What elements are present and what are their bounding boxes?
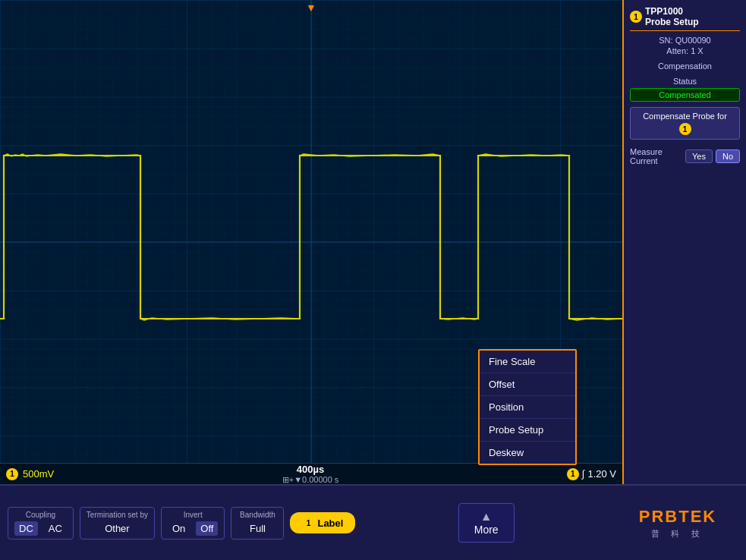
label-ch-badge: 1 bbox=[302, 517, 314, 529]
measurement-display: 1 ∫ 1.20 V bbox=[567, 468, 616, 480]
probe-panel: 1 TPP1000 Probe Setup SN: QU00090 Atten:… bbox=[622, 0, 746, 484]
termination-value[interactable]: Other bbox=[100, 521, 134, 536]
status-ch-badge: 1 bbox=[6, 468, 18, 480]
meas-value: 1.20 V bbox=[587, 468, 616, 480]
compensation-label: Compensation bbox=[630, 61, 740, 71]
bandwidth-group: Bandwidth Full bbox=[231, 507, 284, 540]
termination-group: Termination set by Other bbox=[80, 507, 155, 540]
probe-subtitle: Probe Setup bbox=[645, 17, 699, 27]
more-button[interactable]: ▲ More bbox=[458, 503, 515, 543]
measure-row: Measure Current Yes No bbox=[630, 147, 740, 165]
compensate-probe-button[interactable]: Compensate Probe for 1 bbox=[630, 107, 740, 140]
status-badge: Compensated bbox=[630, 88, 740, 102]
current-label: Current bbox=[630, 156, 663, 165]
invert-on[interactable]: On bbox=[168, 521, 190, 536]
coupling-group: Coupling DC AC bbox=[8, 507, 74, 540]
invert-values: On Off bbox=[168, 521, 218, 536]
coupling-label: Coupling bbox=[26, 511, 55, 519]
menu-item-deskew[interactable]: Deskew bbox=[480, 442, 575, 464]
termination-label: Termination set by bbox=[87, 511, 148, 519]
invert-off[interactable]: Off bbox=[196, 521, 218, 536]
compensate-ch-badge: 1 bbox=[679, 123, 691, 135]
more-label: More bbox=[474, 524, 499, 536]
bandwidth-label: Bandwidth bbox=[240, 511, 275, 519]
ch1-value: 500mV bbox=[23, 468, 54, 480]
invert-group: Invert On Off bbox=[161, 507, 225, 540]
probe-atten: Atten: 1 X bbox=[630, 46, 740, 55]
yes-button[interactable]: Yes bbox=[685, 149, 713, 163]
probe-title: TPP1000 bbox=[645, 6, 699, 17]
bandwidth-value[interactable]: Full bbox=[245, 521, 270, 536]
trigger-marker: ▼ bbox=[306, 2, 316, 14]
coupling-dc[interactable]: DC bbox=[14, 521, 38, 536]
meas-ch-badge: 1 bbox=[567, 468, 579, 480]
context-menu: Fine Scale Offset Position Probe Setup D… bbox=[478, 349, 577, 465]
bottom-toolbar: Coupling DC AC Termination set by Other … bbox=[0, 484, 746, 560]
menu-item-position[interactable]: Position bbox=[480, 396, 575, 419]
status-bar: 1 500mV 400µs ⊞+▼0.00000 s 1 ∫ 1.20 V bbox=[0, 463, 622, 484]
menu-item-probe-setup[interactable]: Probe Setup bbox=[480, 419, 575, 442]
channel-badge: 1 bbox=[630, 11, 642, 23]
meas-wave-icon: ∫ bbox=[582, 468, 585, 480]
menu-item-fine-scale[interactable]: Fine Scale bbox=[480, 351, 575, 373]
time-display: 400µs ⊞+▼0.00000 s bbox=[282, 464, 339, 485]
more-arrow-icon: ▲ bbox=[480, 510, 493, 524]
logo-area: PRBTEK 普 科 技 bbox=[617, 492, 738, 553]
invert-label: Invert bbox=[184, 511, 203, 519]
coupling-values: DC AC bbox=[14, 521, 67, 536]
time-cursor: ⊞+▼0.00000 s bbox=[282, 475, 339, 485]
no-button[interactable]: No bbox=[716, 149, 740, 163]
probe-sn: SN: QU00090 bbox=[630, 36, 740, 45]
label-button[interactable]: 1 Label bbox=[290, 512, 355, 533]
coupling-ac[interactable]: AC bbox=[44, 521, 67, 536]
time-main: 400µs bbox=[297, 464, 324, 475]
probe-header: 1 TPP1000 Probe Setup bbox=[630, 6, 740, 31]
ch1-status: 1 500mV bbox=[6, 468, 54, 480]
measure-label: Measure bbox=[630, 147, 663, 156]
label-btn-text: Label bbox=[317, 518, 343, 529]
status-label: Status bbox=[630, 77, 740, 86]
logo-main: PRBTEK bbox=[639, 507, 716, 527]
yes-no-group: Yes No bbox=[685, 149, 740, 163]
logo-sub: 普 科 技 bbox=[651, 528, 704, 540]
menu-item-offset[interactable]: Offset bbox=[480, 373, 575, 396]
